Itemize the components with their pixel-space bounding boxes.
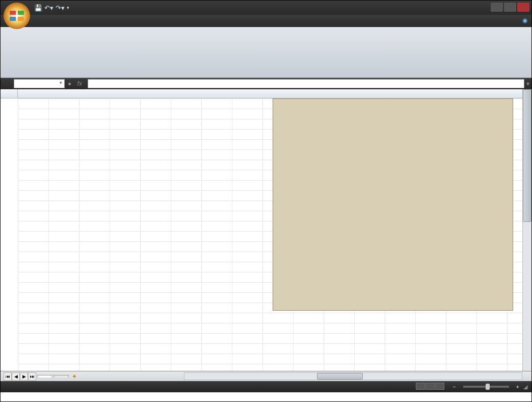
sheet-nav-prev-icon[interactable]: ◀ xyxy=(12,372,20,381)
formula-bar: ● fx ▾ xyxy=(1,78,531,89)
sheet-tab-bar: ⏮ ◀ ▶ ⏭ ✦ xyxy=(1,371,531,381)
minimize-button[interactable] xyxy=(491,3,503,12)
vertical-scrollbar[interactable] xyxy=(522,89,531,371)
resize-grip-icon[interactable]: ◢ xyxy=(523,384,527,390)
sheet-nav-last-icon[interactable]: ⏭ xyxy=(28,372,36,381)
undo-icon[interactable]: ↶▾ xyxy=(44,4,54,12)
close-button[interactable] xyxy=(517,3,529,12)
formula-input[interactable] xyxy=(88,79,524,88)
fx-icon[interactable]: fx xyxy=(74,80,85,87)
status-bar: − + ◢ xyxy=(1,381,531,392)
sheet-tab-summary[interactable] xyxy=(37,375,52,378)
office-button[interactable] xyxy=(3,2,31,30)
sheet-tab-data[interactable] xyxy=(54,375,69,378)
formula-expand-icon[interactable]: ▾ xyxy=(526,80,529,87)
zoom-in-icon[interactable]: + xyxy=(516,384,519,390)
horizontal-scrollbar[interactable] xyxy=(184,372,522,380)
insert-sheet-icon[interactable]: ✦ xyxy=(72,373,77,380)
save-icon[interactable]: 💾 xyxy=(34,4,42,12)
name-box[interactable] xyxy=(14,79,65,88)
zoom-slider[interactable] xyxy=(463,386,509,388)
help-icon[interactable]: ◉ xyxy=(522,17,527,24)
title-bar: 💾 ↶▾ ↷▾ ▾ xyxy=(1,1,531,15)
ribbon xyxy=(1,27,531,78)
pie-chart[interactable] xyxy=(273,98,513,311)
worksheet-grid[interactable] xyxy=(1,89,531,371)
fx-cancel-icon[interactable]: ● xyxy=(68,80,71,87)
quick-access-toolbar: 💾 ↶▾ ↷▾ ▾ xyxy=(34,4,69,12)
column-headers xyxy=(18,89,522,98)
select-all-corner[interactable] xyxy=(1,89,18,98)
zoom-out-icon[interactable]: − xyxy=(453,384,456,390)
redo-icon[interactable]: ↷▾ xyxy=(56,4,65,12)
sheet-nav-next-icon[interactable]: ▶ xyxy=(20,372,28,381)
ribbon-tabs: ◉ xyxy=(1,15,531,27)
qat-more-icon[interactable]: ▾ xyxy=(67,5,69,10)
sheet-nav-first-icon[interactable]: ⏮ xyxy=(4,372,12,381)
pie-chart-svg xyxy=(311,106,474,229)
window-controls xyxy=(491,3,529,12)
view-buttons[interactable] xyxy=(415,383,444,391)
svg-point-0 xyxy=(4,3,30,29)
maximize-button[interactable] xyxy=(504,3,516,12)
